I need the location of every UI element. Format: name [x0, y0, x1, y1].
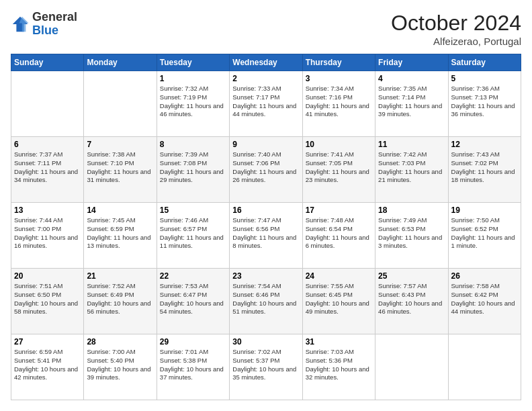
logo-text: General Blue	[32, 11, 77, 38]
calendar-cell: 22Sunrise: 7:53 AMSunset: 6:47 PMDayligh…	[157, 269, 229, 334]
day-number: 11	[378, 140, 445, 149]
calendar-cell	[448, 334, 521, 400]
calendar-cell: 9Sunrise: 7:40 AMSunset: 7:06 PMDaylight…	[230, 137, 302, 203]
weekday-header: Tuesday	[157, 54, 229, 71]
day-number: 15	[160, 205, 226, 215]
calendar-cell: 26Sunrise: 7:58 AMSunset: 6:42 PMDayligh…	[448, 269, 521, 334]
weekday-header: Monday	[84, 54, 157, 71]
day-info: Sunrise: 7:41 AMSunset: 7:05 PMDaylight:…	[306, 150, 372, 185]
day-number: 3	[306, 74, 372, 83]
calendar-cell	[84, 71, 157, 137]
logo: General Blue	[11, 11, 77, 38]
weekday-header: Wednesday	[230, 54, 302, 71]
day-number: 8	[160, 140, 226, 149]
day-number: 27	[14, 337, 81, 347]
weekday-header: Friday	[375, 54, 448, 71]
day-number: 26	[451, 271, 518, 281]
day-number: 2	[232, 74, 299, 83]
day-info: Sunrise: 7:43 AMSunset: 7:02 PMDaylight:…	[451, 150, 518, 185]
day-number: 29	[160, 337, 226, 347]
day-number: 30	[232, 337, 299, 347]
calendar-cell: 16Sunrise: 7:47 AMSunset: 6:56 PMDayligh…	[230, 203, 302, 269]
day-info: Sunrise: 7:38 AMSunset: 7:10 PMDaylight:…	[87, 150, 153, 185]
month-title: October 2024	[391, 11, 521, 36]
day-info: Sunrise: 7:49 AMSunset: 6:53 PMDaylight:…	[378, 216, 445, 250]
day-number: 10	[306, 140, 372, 149]
calendar-cell: 2Sunrise: 7:33 AMSunset: 7:17 PMDaylight…	[230, 71, 302, 137]
calendar-cell: 7Sunrise: 7:38 AMSunset: 7:10 PMDaylight…	[84, 137, 157, 203]
calendar-week-row: 27Sunrise: 6:59 AMSunset: 5:41 PMDayligh…	[11, 334, 521, 400]
calendar-cell: 23Sunrise: 7:54 AMSunset: 6:46 PMDayligh…	[230, 269, 302, 334]
day-number: 9	[232, 140, 299, 149]
weekday-header: Sunday	[11, 54, 84, 71]
logo-icon	[11, 15, 30, 34]
calendar-cell: 18Sunrise: 7:49 AMSunset: 6:53 PMDayligh…	[375, 203, 448, 269]
calendar-cell: 25Sunrise: 7:57 AMSunset: 6:43 PMDayligh…	[375, 269, 448, 334]
title-block: October 2024 Alfeizerao, Portugal	[391, 11, 521, 47]
day-info: Sunrise: 7:53 AMSunset: 6:47 PMDaylight:…	[160, 282, 226, 316]
day-info: Sunrise: 7:46 AMSunset: 6:57 PMDaylight:…	[160, 216, 226, 250]
day-info: Sunrise: 7:50 AMSunset: 6:52 PMDaylight:…	[451, 216, 518, 250]
day-number: 6	[14, 140, 81, 149]
logo-general: General	[32, 10, 77, 24]
calendar-week-row: 13Sunrise: 7:44 AMSunset: 7:00 PMDayligh…	[11, 203, 521, 269]
calendar-cell	[11, 71, 84, 137]
calendar-cell: 13Sunrise: 7:44 AMSunset: 7:00 PMDayligh…	[11, 203, 84, 269]
calendar-cell: 21Sunrise: 7:52 AMSunset: 6:49 PMDayligh…	[84, 269, 157, 334]
calendar-cell: 8Sunrise: 7:39 AMSunset: 7:08 PMDaylight…	[157, 137, 229, 203]
day-number: 16	[232, 205, 299, 215]
calendar-cell: 10Sunrise: 7:41 AMSunset: 7:05 PMDayligh…	[302, 137, 375, 203]
calendar-table: SundayMondayTuesdayWednesdayThursdayFrid…	[11, 54, 521, 400]
calendar-cell: 30Sunrise: 7:02 AMSunset: 5:37 PMDayligh…	[230, 334, 302, 400]
day-number: 22	[160, 271, 226, 281]
day-info: Sunrise: 7:40 AMSunset: 7:06 PMDaylight:…	[232, 150, 299, 185]
calendar-cell: 1Sunrise: 7:32 AMSunset: 7:19 PMDaylight…	[157, 71, 229, 137]
day-number: 28	[87, 337, 153, 347]
day-number: 4	[378, 74, 445, 83]
day-info: Sunrise: 7:37 AMSunset: 7:11 PMDaylight:…	[14, 150, 81, 185]
day-info: Sunrise: 7:55 AMSunset: 6:45 PMDaylight:…	[306, 282, 372, 316]
day-number: 14	[87, 205, 153, 215]
day-number: 31	[306, 337, 372, 347]
calendar-week-row: 1Sunrise: 7:32 AMSunset: 7:19 PMDaylight…	[11, 71, 521, 137]
day-number: 24	[306, 271, 372, 281]
day-info: Sunrise: 7:51 AMSunset: 6:50 PMDaylight:…	[14, 282, 81, 316]
day-number: 23	[232, 271, 299, 281]
day-info: Sunrise: 7:33 AMSunset: 7:17 PMDaylight:…	[232, 85, 299, 119]
page: General Blue October 2024 Alfeizerao, Po…	[0, 0, 532, 411]
day-info: Sunrise: 7:58 AMSunset: 6:42 PMDaylight:…	[451, 282, 518, 316]
day-number: 20	[14, 271, 81, 281]
calendar-cell	[375, 334, 448, 400]
day-info: Sunrise: 7:52 AMSunset: 6:49 PMDaylight:…	[87, 282, 153, 316]
day-info: Sunrise: 7:39 AMSunset: 7:08 PMDaylight:…	[160, 150, 226, 185]
day-number: 1	[160, 74, 226, 83]
calendar-cell: 15Sunrise: 7:46 AMSunset: 6:57 PMDayligh…	[157, 203, 229, 269]
day-number: 18	[378, 205, 445, 215]
calendar-cell: 24Sunrise: 7:55 AMSunset: 6:45 PMDayligh…	[302, 269, 375, 334]
day-info: Sunrise: 7:35 AMSunset: 7:14 PMDaylight:…	[378, 85, 445, 119]
day-number: 13	[14, 205, 81, 215]
calendar-cell: 31Sunrise: 7:03 AMSunset: 5:36 PMDayligh…	[302, 334, 375, 400]
day-info: Sunrise: 7:01 AMSunset: 5:38 PMDaylight:…	[160, 348, 226, 382]
day-number: 25	[378, 271, 445, 281]
calendar-cell: 14Sunrise: 7:45 AMSunset: 6:59 PMDayligh…	[84, 203, 157, 269]
day-info: Sunrise: 7:34 AMSunset: 7:16 PMDaylight:…	[306, 85, 372, 119]
calendar-cell: 19Sunrise: 7:50 AMSunset: 6:52 PMDayligh…	[448, 203, 521, 269]
day-info: Sunrise: 7:42 AMSunset: 7:03 PMDaylight:…	[378, 150, 445, 185]
calendar-week-row: 20Sunrise: 7:51 AMSunset: 6:50 PMDayligh…	[11, 269, 521, 334]
day-number: 21	[87, 271, 153, 281]
weekday-header: Thursday	[302, 54, 375, 71]
calendar-week-row: 6Sunrise: 7:37 AMSunset: 7:11 PMDaylight…	[11, 137, 521, 203]
calendar-cell: 28Sunrise: 7:00 AMSunset: 5:40 PMDayligh…	[84, 334, 157, 400]
calendar-cell: 11Sunrise: 7:42 AMSunset: 7:03 PMDayligh…	[375, 137, 448, 203]
day-number: 17	[306, 205, 372, 215]
day-info: Sunrise: 7:44 AMSunset: 7:00 PMDaylight:…	[14, 216, 81, 250]
calendar-cell: 17Sunrise: 7:48 AMSunset: 6:54 PMDayligh…	[302, 203, 375, 269]
day-info: Sunrise: 7:32 AMSunset: 7:19 PMDaylight:…	[160, 85, 226, 119]
calendar-cell: 5Sunrise: 7:36 AMSunset: 7:13 PMDaylight…	[448, 71, 521, 137]
day-info: Sunrise: 7:00 AMSunset: 5:40 PMDaylight:…	[87, 348, 153, 382]
calendar-cell: 12Sunrise: 7:43 AMSunset: 7:02 PMDayligh…	[448, 137, 521, 203]
day-number: 5	[451, 74, 518, 83]
calendar-cell: 4Sunrise: 7:35 AMSunset: 7:14 PMDaylight…	[375, 71, 448, 137]
day-number: 7	[87, 140, 153, 149]
